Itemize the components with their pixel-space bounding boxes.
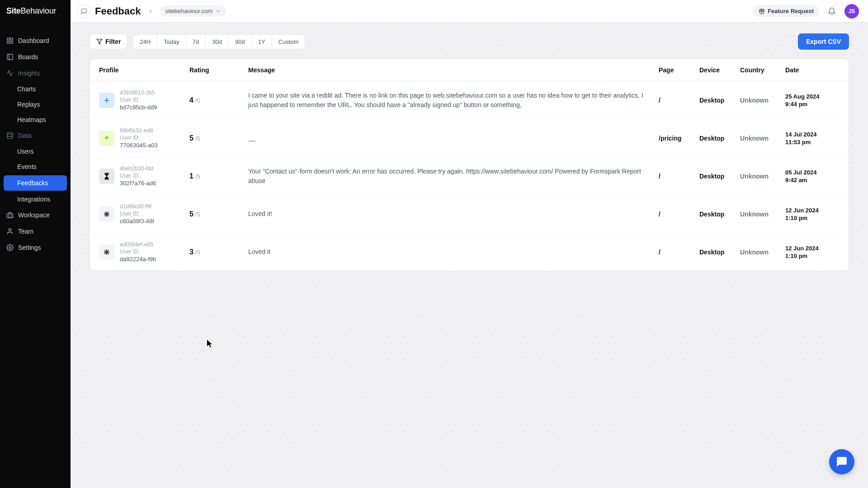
country-cell: Unknown: [740, 211, 785, 218]
session-id: ad0564ef-e65: [120, 241, 156, 248]
session-id: d1d88cd0-f9f: [120, 203, 154, 210]
export-csv-button[interactable]: Export CSV: [798, 33, 849, 50]
range-30d[interactable]: 30d: [206, 35, 229, 49]
dashboard-icon: [6, 37, 14, 44]
svg-rect-8: [7, 214, 13, 218]
user-id: 302f7a76-ad6: [120, 180, 156, 187]
sidebar: Dashboard Boards Insights Charts Replays…: [0, 23, 71, 488]
range-1y[interactable]: 1Y: [252, 35, 272, 49]
svg-marker-11: [97, 39, 102, 44]
range-today[interactable]: Today: [157, 35, 186, 49]
message-cell: Loved it!: [248, 209, 659, 219]
profile-avatar: [99, 131, 114, 146]
col-date: Date: [785, 66, 840, 74]
user-avatar[interactable]: JS: [844, 4, 859, 19]
profile-cell: d1d88cd0-f9fUser ID:c60a09f3-48f: [99, 203, 189, 225]
site-selector-dropdown[interactable]: sitebehaviour.com: [160, 5, 226, 17]
range-90d[interactable]: 90d: [229, 35, 252, 49]
message-cell: Your "Contact us"-form doesn't work: An …: [248, 167, 659, 186]
date-cell: 25 Aug 20249:44 pm: [785, 93, 840, 108]
device-cell: Desktop: [699, 249, 740, 256]
col-rating: Rating: [189, 66, 248, 74]
date-cell: 14 Jul 202411:53 pm: [785, 131, 840, 145]
topbar: SiteBehaviour Feedback sitebehaviour.com…: [0, 0, 868, 23]
table-row[interactable]: d1d88cd0-f9fUser ID:c60a09f3-48f5 /5Love…: [90, 195, 849, 233]
filter-button[interactable]: Filter: [90, 34, 127, 49]
device-cell: Desktop: [699, 211, 740, 218]
table-row[interactable]: ad0564ef-e65User ID:da92224a-f9b3 /5Love…: [90, 233, 849, 271]
sidebar-item-integrations[interactable]: Integrations: [0, 192, 71, 207]
toolbar: Filter 24H Today 7d 30d 90d 1Y Custom Ex…: [90, 33, 849, 50]
profile-cell: ad0564ef-e65User ID:da92224a-f9b: [99, 241, 189, 263]
svg-point-7: [7, 132, 13, 134]
user-id-label: User ID:: [120, 211, 154, 217]
team-icon: [6, 228, 14, 235]
sidebar-item-charts[interactable]: Charts: [0, 81, 71, 97]
table-header: Profile Rating Message Page Device Count…: [90, 59, 849, 81]
date-cell: 12 Jun 20241:10 pm: [785, 245, 840, 259]
data-icon: [6, 132, 14, 139]
logo[interactable]: SiteBehaviour: [0, 0, 71, 23]
rating-cell: 5 /5: [189, 210, 248, 218]
profile-avatar: [99, 169, 114, 184]
country-cell: Unknown: [740, 97, 785, 104]
session-id: 43938813-2b5: [120, 89, 157, 96]
bell-icon: [828, 7, 836, 15]
sidebar-item-events[interactable]: Events: [0, 159, 71, 174]
page-cell: /: [659, 173, 699, 180]
page-cell: /: [659, 211, 699, 218]
col-profile: Profile: [99, 66, 189, 74]
profile-info: 4beb2b30-fddUser ID:302f7a76-ad6: [120, 165, 156, 187]
rating-cell: 1 /5: [189, 172, 248, 180]
sidebar-section-insights[interactable]: Insights: [0, 65, 71, 81]
message-cell: Loved it: [248, 247, 659, 257]
chevron-down-icon: [215, 9, 221, 14]
country-cell: Unknown: [740, 249, 785, 256]
sidebar-item-workspace[interactable]: Workspace: [0, 207, 71, 223]
feature-request-label: Feature Request: [768, 8, 814, 14]
notifications-button[interactable]: [826, 5, 838, 18]
range-custom[interactable]: Custom: [272, 35, 305, 49]
rating-cell: 4 /5: [189, 96, 248, 104]
page-title: Feedback: [95, 5, 141, 17]
profile-info: 89bf0c51-ed8User ID:77063045-a03: [120, 127, 158, 149]
site-name: sitebehaviour.com: [165, 8, 213, 14]
sidebar-item-team[interactable]: Team: [0, 223, 71, 239]
profile-info: 43938813-2b5User ID:bd7c95cb-dd9: [120, 89, 157, 111]
range-7d[interactable]: 7d: [186, 35, 206, 49]
table-row[interactable]: 89bf0c51-ed8User ID:77063045-a035 /5__/p…: [90, 119, 849, 157]
filter-icon: [96, 38, 103, 45]
session-id: 4beb2b30-fdd: [120, 165, 156, 172]
sidebar-item-replays[interactable]: Replays: [0, 97, 71, 112]
chat-widget-button[interactable]: [829, 449, 854, 474]
profile-cell: 4beb2b30-fddUser ID:302f7a76-ad6: [99, 165, 189, 187]
sidebar-section-data[interactable]: Data: [0, 127, 71, 144]
user-id: 77063045-a03: [120, 142, 158, 149]
page-cell: /: [659, 97, 699, 104]
boards-icon: [6, 53, 14, 61]
rating-cell: 5 /5: [189, 134, 248, 142]
profile-cell: 43938813-2b5User ID:bd7c95cb-dd9: [99, 89, 189, 111]
sidebar-item-settings[interactable]: Settings: [0, 239, 71, 256]
profile-avatar: [99, 244, 114, 260]
sidebar-item-boards[interactable]: Boards: [0, 49, 71, 65]
device-cell: Desktop: [699, 97, 740, 104]
svg-rect-5: [7, 54, 13, 60]
profile-info: d1d88cd0-f9fUser ID:c60a09f3-48f: [120, 203, 154, 225]
profile-cell: 89bf0c51-ed8User ID:77063045-a03: [99, 127, 189, 149]
sidebar-item-feedbacks[interactable]: Feedbacks: [4, 175, 67, 191]
user-id: bd7c95cb-dd9: [120, 104, 157, 111]
sidebar-item-users[interactable]: Users: [0, 144, 71, 159]
sidebar-item-heatmaps[interactable]: Heatmaps: [0, 112, 71, 127]
main-content: Filter 24H Today 7d 30d 90d 1Y Custom Ex…: [71, 23, 868, 488]
message-cell: __: [248, 133, 659, 143]
user-id-label: User ID:: [120, 173, 156, 179]
feature-request-button[interactable]: Feature Request: [753, 5, 819, 17]
svg-rect-3: [10, 41, 13, 43]
table-row[interactable]: 4beb2b30-fddUser ID:302f7a76-ad61 /5Your…: [90, 157, 849, 195]
date-cell: 12 Jun 20241:10 pm: [785, 207, 840, 221]
sidebar-item-dashboard[interactable]: Dashboard: [0, 33, 71, 49]
insights-icon: [6, 70, 14, 77]
table-row[interactable]: 43938813-2b5User ID:bd7c95cb-dd94 /5I ca…: [90, 81, 849, 119]
range-24h[interactable]: 24H: [133, 35, 157, 49]
